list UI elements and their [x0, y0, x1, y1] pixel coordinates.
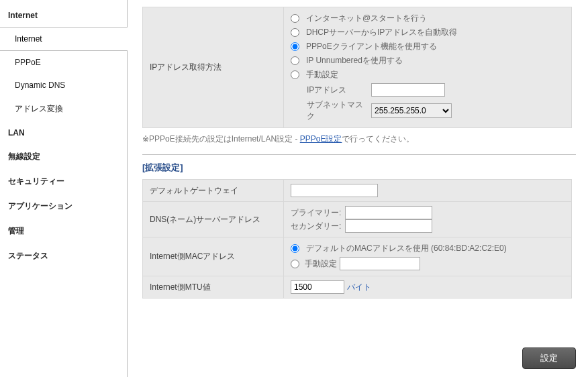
radio-dhcp-input[interactable] — [291, 28, 299, 37]
separator — [142, 154, 576, 155]
main-content: IPアドレス取得方法 インターネット@スタートを行う DHCPサーバーからIPア… — [128, 0, 588, 377]
nav-item-internet[interactable]: Internet — [0, 27, 127, 51]
extended-title: [拡張設定] — [142, 162, 576, 174]
nav-section-security[interactable]: セキュリティー — [0, 169, 127, 194]
mtu-input[interactable] — [291, 280, 344, 294]
nav-section-internet[interactable]: Internet — [0, 4, 127, 27]
mtu-label: Internet側MTU値 — [143, 276, 284, 299]
nav-item-dynamic-dns[interactable]: Dynamic DNS — [0, 74, 127, 97]
pppoe-note: ※PPPoE接続先の設定はInternet/LAN設定 - PPPoE設定で行っ… — [142, 133, 576, 145]
radio-unnumbered-input[interactable] — [291, 56, 299, 65]
radio-pppoe-input[interactable] — [291, 42, 299, 51]
note-suffix: で行ってください。 — [342, 134, 414, 144]
mac-label: Internet側MACアドレス — [143, 237, 284, 276]
submit-button[interactable]: 設定 — [522, 347, 576, 369]
mac-default-input[interactable] — [291, 244, 299, 253]
radio-manual[interactable]: 手動設定 — [291, 68, 565, 82]
ip-method-label: IPアドレス取得方法 — [143, 7, 284, 128]
manual-ip-label: IPアドレス — [307, 85, 367, 96]
nav-section-wireless[interactable]: 無線設定 — [0, 144, 127, 169]
dns-label: DNS(ネーム)サーバーアドレス — [143, 202, 284, 237]
dns-secondary-label: セカンダリー: — [291, 219, 345, 233]
radio-dhcp[interactable]: DHCPサーバーからIPアドレスを自動取得 — [291, 25, 565, 40]
mtu-unit: バイト — [347, 282, 371, 292]
radio-atstart-label: インターネット@スタートを行う — [306, 13, 427, 24]
gateway-label: デフォルトゲートウェイ — [143, 180, 284, 202]
nav-item-address-translation[interactable]: アドレス変換 — [0, 97, 127, 121]
radio-dhcp-label: DHCPサーバーからIPアドレスを自動取得 — [306, 27, 457, 38]
manual-mask-label: サブネットマスク — [307, 99, 367, 122]
pppoe-settings-link[interactable]: PPPoE設定 — [300, 134, 342, 144]
extended-table: デフォルトゲートウェイ DNS(ネーム)サーバーアドレス プライマリー: セカン… — [142, 179, 572, 299]
dns-primary-label: プライマリー: — [291, 206, 345, 219]
mac-manual-input[interactable] — [291, 260, 299, 268]
radio-atstart-input[interactable] — [291, 14, 299, 23]
gateway-input[interactable] — [291, 184, 378, 197]
radio-pppoe-label: PPPoEクライアント機能を使用する — [306, 41, 437, 52]
sidebar: Internet Internet PPPoE Dynamic DNS アドレス… — [0, 0, 128, 377]
radio-atstart[interactable]: インターネット@スタートを行う — [291, 11, 565, 25]
nav-section-status[interactable]: ステータス — [0, 244, 127, 268]
manual-mask-select[interactable]: 255.255.255.0 — [371, 103, 452, 118]
mac-manual-label: 手動設定 — [305, 258, 337, 270]
note-prefix: ※PPPoE接続先の設定はInternet/LAN設定 - — [142, 134, 300, 144]
mac-default-label: デフォルトのMACアドレスを使用 (60:84:BD:A2:C2:E0) — [306, 243, 507, 254]
manual-ip-input[interactable] — [371, 83, 445, 97]
radio-manual-input[interactable] — [291, 70, 299, 79]
dns-secondary-input[interactable] — [345, 219, 432, 233]
radio-pppoe[interactable]: PPPoEクライアント機能を使用する — [291, 40, 565, 54]
nav-item-pppoe[interactable]: PPPoE — [0, 51, 127, 74]
nav-section-application[interactable]: アプリケーション — [0, 194, 127, 219]
ip-method-table: IPアドレス取得方法 インターネット@スタートを行う DHCPサーバーからIPア… — [142, 7, 572, 128]
radio-manual-label: 手動設定 — [306, 69, 338, 80]
radio-unnumbered[interactable]: IP Unnumberedを使用する — [291, 54, 565, 68]
nav-section-lan[interactable]: LAN — [0, 121, 127, 144]
mac-manual-radio[interactable]: 手動設定 — [291, 256, 420, 272]
mac-manual-value[interactable] — [340, 257, 420, 270]
dns-primary-input[interactable] — [345, 206, 432, 219]
ip-method-options: インターネット@スタートを行う DHCPサーバーからIPアドレスを自動取得 PP… — [284, 7, 572, 128]
nav-section-admin[interactable]: 管理 — [0, 219, 127, 244]
radio-unnumbered-label: IP Unnumberedを使用する — [306, 55, 403, 66]
mac-default-radio[interactable]: デフォルトのMACアドレスを使用 (60:84:BD:A2:C2:E0) — [291, 241, 565, 256]
